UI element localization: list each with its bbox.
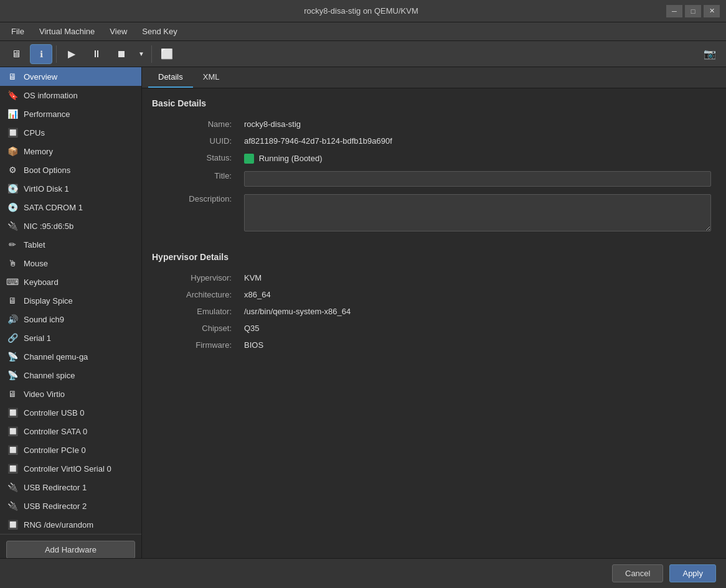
title-input[interactable] [244, 171, 711, 187]
sidebar-item-keyboard[interactable]: ⌨ Keyboard [0, 273, 141, 291]
sidebar-item-sata-cdrom-1[interactable]: 💿 SATA CDROM 1 [0, 198, 141, 217]
sidebar-item-sound-ich9[interactable]: 🔊 Sound ich9 [0, 310, 141, 329]
menu-virtual-machine[interactable]: Virtual Machine [33, 24, 101, 39]
sidebar-item-icon-serial-1: 🔗 [6, 332, 19, 344]
apply-button[interactable]: Apply [669, 564, 716, 582]
sidebar-item-serial-1[interactable]: 🔗 Serial 1 [0, 329, 141, 347]
table-row: Hypervisor: KVM [152, 269, 716, 286]
sidebar-item-label-keyboard: Keyboard [24, 278, 59, 287]
screenshot-icon: 📷 [704, 48, 716, 60]
sidebar-item-boot-options[interactable]: ⚙ Boot Options [0, 161, 141, 179]
sidebar-bottom: Add Hardware [0, 534, 141, 558]
toolbar-separator-1 [56, 45, 57, 63]
emulator-value: /usr/bin/qemu-system-x86_64 [239, 303, 716, 320]
sidebar-item-controller-pcie-0[interactable]: 🔲 Controller PCIe 0 [0, 441, 141, 459]
close-button[interactable]: ✕ [704, 5, 720, 17]
description-label: Description: [152, 190, 239, 237]
sidebar-item-controller-usb-0[interactable]: 🔲 Controller USB 0 [0, 403, 141, 422]
sidebar-item-label-video-virtio: Video Virtio [24, 390, 65, 399]
sidebar-item-os-information[interactable]: 🔖 OS information [0, 86, 141, 105]
sidebar-item-memory[interactable]: 📦 Memory [0, 142, 141, 161]
toolbar-stop-button[interactable]: ⏹ [110, 44, 133, 64]
pause-icon: ⏸ [92, 49, 101, 60]
toolbar-screenshot-button[interactable]: 📷 [699, 44, 721, 64]
table-row: Firmware: BIOS [152, 337, 716, 353]
sidebar-item-icon-sata-cdrom-1: 💿 [6, 201, 19, 213]
sidebar-item-icon-controller-usb-0: 🔲 [6, 406, 19, 419]
sidebar-item-controller-virtio-serial-0[interactable]: 🔲 Controller VirtIO Serial 0 [0, 459, 141, 478]
sidebar-item-icon-boot-options: ⚙ [6, 164, 19, 176]
toolbar-separator-2 [151, 45, 152, 63]
name-value: rocky8-disa-stig [239, 116, 716, 133]
sidebar-item-icon-performance: 📊 [6, 108, 19, 120]
sidebar-item-channel-qemu-ga[interactable]: 📡 Channel qemu-ga [0, 347, 141, 366]
menu-view[interactable]: View [103, 24, 133, 39]
sidebar-items: 🖥 Overview 🔖 OS information 📊 Performanc… [0, 67, 141, 534]
sidebar-item-icon-tablet: ✏ [6, 238, 19, 251]
sidebar-item-overview[interactable]: 🖥 Overview [0, 67, 141, 86]
toolbar-info-button[interactable]: ℹ [30, 44, 52, 64]
cancel-button[interactable]: Cancel [612, 564, 663, 582]
sidebar-item-icon-usb-redirector-1: 🔌 [6, 481, 19, 493]
console-icon: ⬜ [161, 48, 173, 60]
toolbar-play-button[interactable]: ▶ [60, 44, 83, 64]
menu-send-key[interactable]: Send Key [136, 24, 183, 39]
architecture-label: Architecture: [152, 286, 239, 303]
basic-details-title: Basic Details [152, 98, 716, 108]
basic-details-table: Name: rocky8-disa-stig UUID: af821189-79… [152, 116, 716, 237]
sidebar-item-display-spice[interactable]: 🖥 Display Spice [0, 291, 141, 310]
sidebar-item-virtio-disk-1[interactable]: 💽 VirtIO Disk 1 [0, 179, 141, 198]
description-field [239, 190, 716, 237]
tab-details[interactable]: Details [148, 67, 193, 88]
firmware-label: Firmware: [152, 337, 239, 353]
sidebar-item-tablet[interactable]: ✏ Tablet [0, 235, 141, 254]
sidebar-item-label-channel-qemu-ga: Channel qemu-ga [24, 352, 88, 362]
maximize-button[interactable]: □ [685, 5, 701, 17]
sidebar-item-icon-controller-sata-0: 🔲 [6, 425, 19, 437]
table-row: Chipset: Q35 [152, 320, 716, 337]
sidebar-item-performance[interactable]: 📊 Performance [0, 105, 141, 123]
tab-bar: Details XML [142, 67, 726, 88]
sidebar-item-label-usb-redirector-2: USB Redirector 2 [24, 502, 87, 511]
sidebar-item-icon-display-spice: 🖥 [6, 294, 19, 307]
sidebar-item-label-controller-pcie-0: Controller PCIe 0 [24, 446, 86, 455]
add-hardware-button[interactable]: Add Hardware [6, 541, 135, 558]
sidebar-item-label-controller-sata-0: Controller SATA 0 [24, 427, 87, 436]
status-icon [244, 154, 254, 164]
sidebar-item-label-overview: Overview [24, 72, 57, 82]
sidebar-item-icon-memory: 📦 [6, 145, 19, 157]
chipset-label: Chipset: [152, 320, 239, 337]
minimize-button[interactable]: ─ [666, 5, 682, 17]
sidebar-item-mouse[interactable]: 🖱 Mouse [0, 254, 141, 273]
toolbar-pause-button[interactable]: ⏸ [85, 44, 108, 64]
sidebar-item-video-virtio[interactable]: 🖥 Video Virtio [0, 385, 141, 403]
sidebar-item-icon-virtio-disk-1: 💽 [6, 182, 19, 195]
description-textarea[interactable] [244, 194, 711, 231]
sidebar-item-label-controller-usb-0: Controller USB 0 [24, 408, 85, 418]
sidebar-item-label-memory: Memory [24, 147, 53, 156]
tab-xml[interactable]: XML [193, 67, 230, 88]
titlebar-buttons: ─ □ ✕ [666, 5, 720, 17]
sidebar-item-usb-redirector-2[interactable]: 🔌 USB Redirector 2 [0, 497, 141, 515]
sidebar-item-nic[interactable]: 🔌 NIC :95:d6:5b [0, 217, 141, 235]
sidebar-item-icon-os-information: 🔖 [6, 89, 19, 101]
sidebar-item-rng[interactable]: 🔲 RNG /dev/urandom [0, 515, 141, 534]
titlebar: rocky8-disa-stig on QEMU/KVM ─ □ ✕ [0, 0, 726, 22]
sidebar-item-usb-redirector-1[interactable]: 🔌 USB Redirector 1 [0, 478, 141, 497]
sidebar-item-controller-sata-0[interactable]: 🔲 Controller SATA 0 [0, 422, 141, 441]
sidebar-item-icon-cpus: 🔲 [6, 126, 19, 139]
sidebar-item-icon-controller-pcie-0: 🔲 [6, 444, 19, 456]
sidebar-item-cpus[interactable]: 🔲 CPUs [0, 123, 141, 142]
table-row: Architecture: x86_64 [152, 286, 716, 303]
status-value: Running (Booted) [239, 149, 716, 167]
chipset-value: Q35 [239, 320, 716, 337]
sidebar-item-icon-video-virtio: 🖥 [6, 388, 19, 400]
toolbar-console-button[interactable]: ⬜ [156, 44, 178, 64]
toolbar-dropdown-button[interactable]: ▼ [135, 44, 148, 64]
toolbar-screen-button[interactable]: 🖥 [5, 44, 27, 64]
sidebar-item-channel-spice[interactable]: 📡 Channel spice [0, 366, 141, 385]
sidebar-item-label-usb-redirector-1: USB Redirector 1 [24, 483, 87, 492]
sidebar-item-label-boot-options: Boot Options [24, 166, 70, 175]
menu-file[interactable]: File [5, 24, 31, 39]
sidebar-item-label-sata-cdrom-1: SATA CDROM 1 [24, 203, 83, 212]
